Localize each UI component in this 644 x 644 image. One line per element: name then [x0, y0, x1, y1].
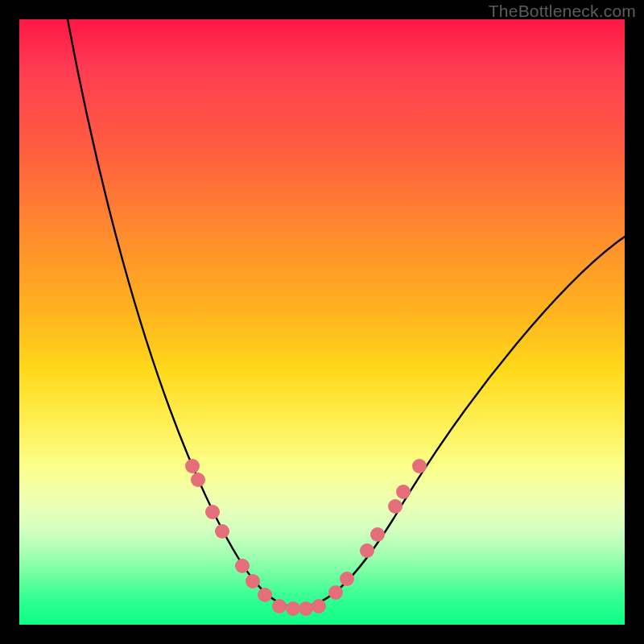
dots-right — [328, 459, 427, 600]
dots-bottom — [272, 599, 326, 616]
dot-left — [235, 559, 250, 573]
chart-stage: TheBottleneck.com — [0, 0, 644, 644]
dot-right — [388, 499, 402, 514]
dot-right — [340, 572, 354, 586]
dot-right — [412, 459, 427, 473]
dot-left — [258, 588, 272, 602]
dot-bottom — [312, 599, 326, 613]
dot-right — [396, 485, 411, 499]
dot-bottom — [272, 599, 287, 613]
dots-left — [185, 459, 272, 602]
dot-left — [191, 473, 205, 487]
dot-right — [370, 527, 385, 542]
dot-left — [205, 505, 220, 519]
dot-right — [328, 585, 343, 600]
dot-bottom — [286, 601, 300, 616]
dot-bottom — [299, 601, 313, 616]
bottleneck-curve — [68, 19, 625, 608]
dot-right — [360, 543, 374, 558]
curve-layer — [19, 19, 625, 625]
dot-left — [215, 524, 229, 539]
plot-area — [19, 19, 625, 625]
dot-left — [185, 459, 200, 473]
watermark-text: TheBottleneck.com — [489, 2, 636, 21]
dot-left — [246, 574, 260, 588]
